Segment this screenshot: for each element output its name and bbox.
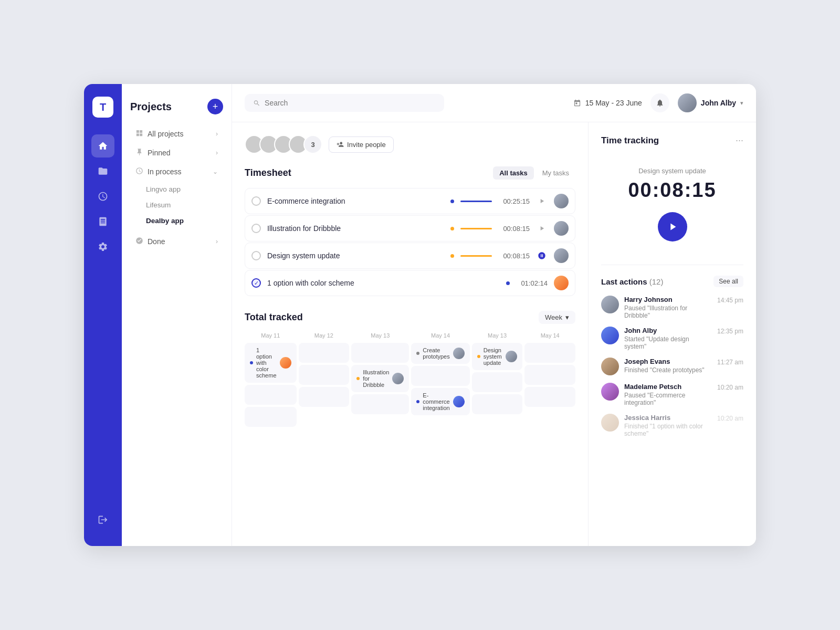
cal-card-1-empty2	[245, 407, 297, 427]
sub-item-dealby[interactable]: Dealby app	[130, 213, 223, 228]
pinned-chevron: ›	[216, 149, 218, 156]
cal-card-3-empty2	[351, 394, 409, 414]
action-name-4: Madelame Petsch	[624, 383, 712, 391]
cal-avatar-4-2	[453, 396, 465, 407]
in-process-icon	[135, 167, 143, 176]
table-row: ✓ 1 option with color scheme 01:02:14	[245, 270, 575, 296]
cal-text-3-1: Illustration for Dribbble	[363, 369, 389, 388]
user-chevron-icon: ▾	[740, 100, 743, 107]
total-tracked-title: Total tracked	[245, 312, 303, 323]
clock-icon[interactable]	[91, 185, 114, 208]
nav-item-done[interactable]: Done ›	[130, 233, 223, 250]
cal-card-3-empty	[351, 343, 409, 363]
task-bar-2	[460, 228, 492, 229]
cal-avatar-4-1	[453, 348, 465, 359]
action-desc-3: Finished "Create prototypes"	[624, 366, 712, 374]
task-check-4[interactable]: ✓	[251, 278, 261, 288]
tab-my-tasks[interactable]: My tasks	[536, 166, 575, 180]
action-time-5: 10:20 am	[717, 415, 743, 422]
tab-all-tasks[interactable]: All tasks	[493, 166, 533, 180]
cal-avatar-1-1	[280, 357, 291, 369]
cal-dot-4-2	[416, 400, 419, 403]
pinned-label: Pinned	[148, 149, 171, 157]
action-info-5: Jessica Harris Finished "1 option with c…	[624, 414, 712, 437]
action-name-3: Joseph Evans	[624, 358, 712, 365]
time-tracking-title: Time tracking	[601, 135, 659, 146]
settings-icon[interactable]	[91, 235, 114, 258]
task-avatar-2	[554, 221, 569, 236]
in-process-label: In process	[148, 167, 182, 176]
timer-play-button[interactable]	[658, 212, 687, 242]
see-all-button[interactable]: See all	[713, 276, 743, 287]
notifications-button[interactable]	[650, 93, 669, 112]
task-avatar-4	[554, 276, 569, 290]
icon-rail: T	[84, 84, 122, 546]
timer-display: 00:08:15	[601, 179, 743, 202]
nav-item-pinned[interactable]: Pinned ›	[130, 144, 223, 162]
divider-1	[601, 265, 743, 265]
add-project-button[interactable]: +	[207, 99, 223, 114]
cal-col-6: May 14	[524, 332, 575, 427]
task-name-3: Design system update	[267, 251, 444, 260]
tracked-header: Total tracked Week ▾	[245, 311, 575, 324]
cal-card-2-1	[299, 343, 350, 363]
task-name-4: 1 option with color scheme	[267, 279, 500, 287]
cal-col-5: May 13 Design system update	[472, 332, 523, 427]
time-tracking-more-button[interactable]: ···	[736, 135, 743, 146]
action-avatar-4	[601, 383, 619, 401]
user-area[interactable]: John Alby ▾	[678, 93, 743, 112]
folder-icon[interactable]	[91, 160, 114, 183]
cal-header-5: May 13	[472, 332, 523, 339]
cal-dot-4-1	[416, 352, 419, 355]
cal-avatar-5-1	[506, 351, 517, 362]
list-item: John Alby Started "Update design system"…	[601, 327, 743, 350]
avatar-stack: 3	[245, 135, 322, 154]
cal-card-2-2	[299, 365, 350, 385]
week-chevron-icon: ▾	[565, 313, 569, 321]
nav-item-all-projects[interactable]: All projects ›	[130, 125, 223, 143]
task-check-2[interactable]	[251, 224, 261, 233]
team-avatar-count: 3	[303, 135, 322, 154]
task-bar-1	[460, 201, 492, 202]
search-input[interactable]	[265, 99, 436, 107]
cal-card-5-empty2	[472, 394, 523, 414]
user-avatar	[678, 93, 697, 112]
done-chevron: ›	[216, 238, 218, 245]
pinned-icon	[135, 148, 143, 158]
week-selector-button[interactable]: Week ▾	[539, 311, 575, 324]
nav-item-in-process[interactable]: In process ⌄	[130, 163, 223, 181]
book-icon[interactable]	[91, 210, 114, 233]
action-name-2: John Alby	[624, 327, 712, 334]
invite-people-button[interactable]: Invite people	[329, 136, 394, 153]
cal-card-6-2	[524, 365, 575, 385]
task-dot-3	[450, 254, 454, 258]
task-play-1[interactable]	[536, 195, 548, 207]
list-item: Jessica Harris Finished "1 option with c…	[601, 414, 743, 437]
cal-col-4: May 14 Create prototypes E-commerce inte…	[411, 332, 469, 427]
task-check-3[interactable]	[251, 251, 261, 260]
cal-card-4-empty	[411, 366, 469, 386]
calendar-grid: May 11 1 option with color scheme Ma	[245, 332, 575, 427]
task-bar-3	[460, 255, 492, 257]
task-list: E-commerce integration 00:25:15 Illustra…	[245, 188, 575, 296]
task-check-1[interactable]	[251, 196, 261, 206]
timesheet-header: Timesheet All tasks My tasks	[245, 166, 575, 180]
list-item: Joseph Evans Finished "Create prototypes…	[601, 358, 743, 375]
cal-header-1: May 11	[245, 332, 297, 339]
sub-item-lingvo[interactable]: Lingvo app	[130, 182, 223, 197]
logout-icon[interactable]	[91, 508, 114, 531]
list-item: Harry Johnson Paused "Illustration for D…	[601, 296, 743, 319]
sub-item-lifesum[interactable]: Lifesum	[130, 197, 223, 213]
home-icon[interactable]	[91, 134, 114, 158]
task-play-2[interactable]	[536, 223, 548, 234]
date-range-text: 15 May - 23 June	[585, 99, 642, 107]
task-time-3: 00:08:15	[498, 252, 530, 260]
left-panel: Projects + All projects › Pinned › In pr…	[122, 84, 232, 546]
task-pause-3[interactable]	[536, 250, 548, 261]
date-range: 15 May - 23 June	[573, 99, 642, 107]
in-process-chevron: ⌄	[213, 168, 218, 175]
cal-dot-5-1	[477, 355, 480, 358]
task-avatar-1	[554, 194, 569, 208]
calendar-icon	[573, 99, 581, 107]
invite-icon	[337, 141, 344, 148]
